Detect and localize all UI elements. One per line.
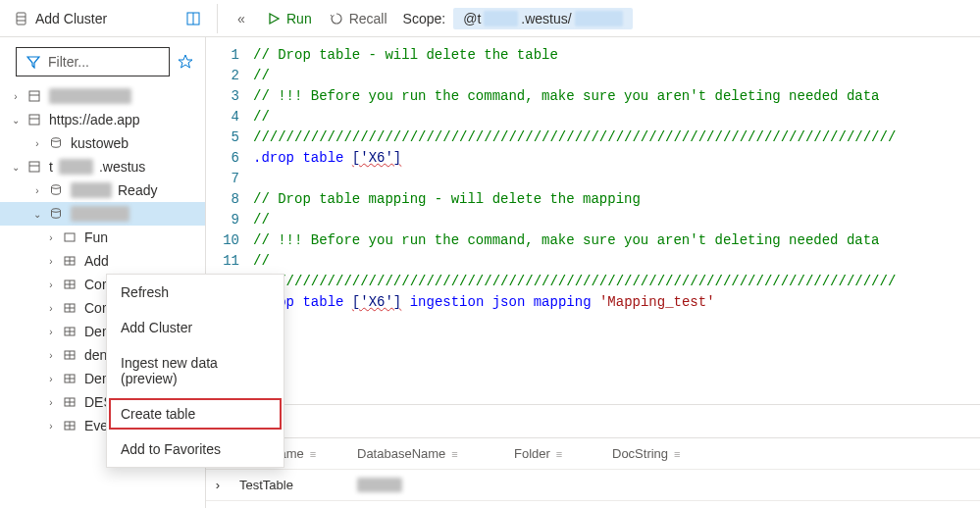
tree-item-selected[interactable]: ⌄ xxxxxxxxt <box>0 202 205 226</box>
scope-prefix: @t <box>463 11 481 26</box>
tree-item[interactable]: ⌄ https://ade.app <box>0 108 205 131</box>
scope-mid: .westus/ <box>521 11 571 26</box>
col-databasename[interactable]: DatabaseName≡ <box>347 446 504 461</box>
context-menu-create-table[interactable]: Create table <box>107 396 284 432</box>
tree-label: den <box>84 347 107 363</box>
svg-point-16 <box>52 209 61 213</box>
context-menu-refresh[interactable]: Refresh <box>107 275 284 310</box>
chevron-right-icon: › <box>45 397 57 408</box>
svg-rect-17 <box>65 233 75 241</box>
results-tabs: Table 1 <box>206 405 980 438</box>
chevron-right-icon: › <box>45 350 57 361</box>
menu-icon: ≡ <box>310 448 316 460</box>
col-label: DatabaseName <box>357 446 445 461</box>
context-menu-add-cluster[interactable]: Add Cluster <box>107 310 284 345</box>
panel-toggle-button[interactable] <box>180 5 207 32</box>
tree-item[interactable]: ›Fun <box>0 226 205 249</box>
table-icon <box>63 395 78 409</box>
scope-blur: xxxxxxx <box>575 11 623 26</box>
svg-rect-10 <box>29 115 39 125</box>
table-icon <box>63 372 78 385</box>
menu-icon: ≡ <box>674 448 680 460</box>
tree-item[interactable]: › xxxxxxReady <box>0 178 205 202</box>
tree-label: Fun <box>84 229 108 245</box>
tree-item[interactable]: › xxxxxxxxxxxx <box>0 84 205 108</box>
table-icon <box>63 301 78 315</box>
tree-label-blur: xxxxxxxxt <box>71 206 129 222</box>
scope-blur: xxxxx <box>484 11 518 26</box>
tree-item[interactable]: ⌄ txxxxx.westus <box>0 155 205 178</box>
table-icon <box>63 278 78 291</box>
cell-tablename: TestTable <box>230 478 347 492</box>
scope-label: Scope: <box>403 11 446 26</box>
filter-input[interactable]: Filter... <box>16 47 170 76</box>
function-icon <box>63 230 78 244</box>
play-icon <box>267 12 281 25</box>
svg-marker-7 <box>179 55 192 68</box>
menu-icon: ≡ <box>451 448 457 460</box>
col-label: DocString <box>612 446 668 461</box>
tree-label: https://ade.app <box>49 112 140 127</box>
context-menu-add-favorites[interactable]: Add to Favorites <box>107 432 284 467</box>
scope-selector[interactable]: Scope: @txxxxx.westus/xxxxxxx <box>403 8 633 29</box>
chevron-right-icon: › <box>45 327 57 337</box>
svg-rect-8 <box>29 91 39 101</box>
database-icon <box>49 183 65 197</box>
tree-label-blur: xxxxxxxxxxxx <box>49 88 131 104</box>
col-docstring[interactable]: DocString≡ <box>602 446 740 461</box>
tree-item[interactable]: › kustoweb <box>0 131 205 155</box>
col-folder[interactable]: Folder≡ <box>504 446 602 461</box>
code-lines: // Drop table - will delete the table///… <box>253 45 980 404</box>
tree-label: t <box>49 159 53 175</box>
recall-icon <box>330 12 343 25</box>
run-label: Run <box>286 11 312 26</box>
main: Filter... › xxxxxxxxxxxx ⌄ https://ade.a… <box>0 37 980 508</box>
recall-label: Recall <box>349 11 387 26</box>
filter-row: Filter... <box>0 37 205 84</box>
chevron-right-icon: › <box>45 256 57 267</box>
svg-marker-6 <box>27 57 39 68</box>
database-icon <box>49 136 65 150</box>
chevron-right-icon: › <box>45 303 57 314</box>
expand-row[interactable]: › <box>206 478 230 492</box>
tree-label: Ready <box>118 182 157 198</box>
chevron-right-icon: › <box>31 138 43 149</box>
separator <box>217 4 218 33</box>
results-panel: Table 1 TableName≡ DatabaseName≡ Folder≡… <box>206 404 980 508</box>
collapse-button[interactable]: « <box>228 5 255 32</box>
filter-icon <box>26 55 40 69</box>
tree-label-blur: xxxxxx <box>71 182 112 198</box>
results-grid: TableName≡ DatabaseName≡ Folder≡ DocStri… <box>206 438 980 508</box>
database-icon <box>49 207 65 221</box>
table-icon <box>63 348 78 362</box>
cell-databasename: xxxxxxx <box>347 478 504 492</box>
cluster-icon <box>27 89 43 103</box>
menu-icon: ≡ <box>556 448 562 460</box>
code-editor[interactable]: 12345678910111213 // Drop table - will d… <box>206 37 980 404</box>
col-label: Folder <box>514 446 550 461</box>
recall-button[interactable]: Recall <box>324 7 393 30</box>
context-menu-ingest[interactable]: Ingest new data (preview) <box>107 345 284 396</box>
tree-label: .westus <box>99 159 145 175</box>
run-button[interactable]: Run <box>261 7 318 30</box>
grid-header: TableName≡ DatabaseName≡ Folder≡ DocStri… <box>206 438 980 470</box>
table-icon <box>63 254 78 268</box>
tree-item[interactable]: ›Add <box>0 249 205 273</box>
context-menu: Refresh Add Cluster Ingest new data (pre… <box>106 274 284 468</box>
chevron-right-icon: › <box>45 232 57 243</box>
scope-pill: @txxxxx.westus/xxxxxxx <box>453 8 632 29</box>
tree-label: Cor <box>84 300 107 316</box>
cluster-icon <box>14 11 29 26</box>
grid-row[interactable]: › TestTable xxxxxxx <box>206 470 980 501</box>
chevron-right-icon: › <box>45 374 57 384</box>
svg-rect-13 <box>29 162 39 172</box>
favorites-button[interactable] <box>178 54 193 70</box>
tree-label: Add <box>84 253 109 269</box>
cluster-icon <box>27 113 43 127</box>
chevron-down-icon: ⌄ <box>10 115 22 126</box>
sidebar: Filter... › xxxxxxxxxxxx ⌄ https://ade.a… <box>0 37 206 508</box>
table-icon <box>63 325 78 338</box>
svg-point-12 <box>52 138 61 142</box>
svg-marker-5 <box>270 14 279 24</box>
add-cluster-button[interactable]: Add Cluster <box>8 7 113 30</box>
